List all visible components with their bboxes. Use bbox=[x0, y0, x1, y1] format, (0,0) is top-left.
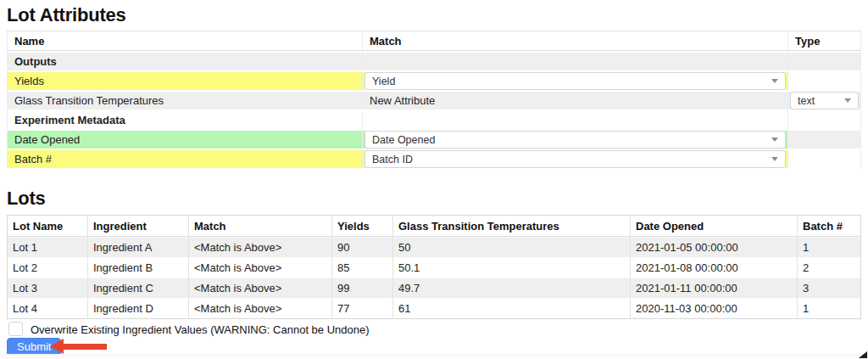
cell: Yield bbox=[363, 70, 788, 90]
col-header-glass-transition: Glass Transition Temperatures bbox=[393, 216, 631, 237]
col-header-lot-name: Lot Name bbox=[8, 216, 88, 237]
cell-glass-transition: 49.7 bbox=[393, 278, 631, 298]
match-select-date-opened[interactable]: Date Opened bbox=[364, 131, 786, 149]
cell-lot-name: Lot 4 bbox=[8, 298, 88, 318]
col-header-date-opened: Date Opened bbox=[631, 216, 798, 237]
attribute-name: Yields bbox=[7, 70, 363, 90]
lot-attributes-table: Name Match Type Outputs Yields Yield bbox=[7, 31, 861, 168]
arrow-tail bbox=[63, 344, 107, 350]
cell: Batch ID bbox=[363, 149, 788, 168]
col-header-match: Match bbox=[363, 31, 788, 51]
attr-row-yields: Yields Yield bbox=[7, 70, 861, 90]
cell-lot-name: Lot 3 bbox=[8, 278, 88, 298]
cell-yields: 77 bbox=[332, 298, 393, 318]
col-header-yields: Yields bbox=[332, 216, 393, 237]
chevron-down-icon bbox=[771, 79, 778, 83]
cell-date-opened: 2021-01-05 00:00:00 bbox=[631, 237, 798, 257]
arrow-head bbox=[50, 339, 64, 354]
type-select-value: text bbox=[798, 95, 815, 107]
cell-glass-transition: 50 bbox=[393, 237, 631, 257]
cell-lot-name: Lot 2 bbox=[8, 257, 88, 278]
table-row: Lot 3 Ingredient C <Match is Above> 99 4… bbox=[8, 278, 860, 298]
cell bbox=[788, 51, 861, 70]
cell bbox=[788, 129, 861, 149]
attribute-name: Glass Transition Temperatures bbox=[7, 90, 363, 109]
type-select-glass-transition[interactable]: text bbox=[790, 92, 859, 109]
group-row-experiment-metadata: Experiment Metadata bbox=[7, 109, 861, 129]
chevron-down-icon bbox=[771, 137, 778, 142]
group-row-outputs: Outputs bbox=[7, 51, 861, 70]
col-header-name: Name bbox=[7, 31, 363, 51]
cell-date-opened: 2021-01-11 00:00:00 bbox=[631, 278, 798, 298]
cell: text bbox=[788, 90, 861, 109]
match-select-value: Batch ID bbox=[372, 154, 413, 165]
match-select-yields[interactable]: Yield bbox=[364, 72, 786, 90]
cell bbox=[788, 109, 861, 129]
chevron-down-icon bbox=[771, 157, 778, 161]
cell-glass-transition: 50.1 bbox=[393, 257, 631, 278]
col-header-type: Type bbox=[788, 31, 861, 51]
table-row: Lot 1 Ingredient A <Match is Above> 90 5… bbox=[8, 237, 860, 257]
match-select-batch[interactable]: Batch ID bbox=[364, 150, 786, 168]
cell-date-opened: 2020-11-03 00:00:00 bbox=[631, 298, 798, 318]
cell-yields: 90 bbox=[332, 237, 393, 257]
attr-row-date-opened: Date Opened Date Opened bbox=[7, 129, 861, 149]
cell-ingredient: Ingredient A bbox=[88, 237, 189, 257]
bottom-edge bbox=[0, 354, 868, 359]
attr-row-glass-transition: Glass Transition Temperatures New Attrib… bbox=[7, 90, 861, 109]
cell-match: <Match is Above> bbox=[189, 257, 332, 278]
lot-attributes-title: Lot Attributes bbox=[7, 4, 126, 26]
attribute-name: Date Opened bbox=[7, 129, 363, 149]
lots-table: Lot Name Ingredient Match Yields Glass T… bbox=[7, 215, 861, 319]
match-select-value: Date Opened bbox=[372, 134, 435, 146]
cell-yields: 99 bbox=[332, 278, 393, 298]
cell-match: <Match is Above> bbox=[189, 298, 332, 318]
lots-header-row: Lot Name Ingredient Match Yields Glass T… bbox=[8, 216, 860, 237]
cell-ingredient: Ingredient B bbox=[88, 257, 189, 278]
attr-header-row: Name Match Type bbox=[7, 31, 861, 51]
cell-batch: 2 bbox=[798, 257, 860, 278]
table-row: Lot 2 Ingredient B <Match is Above> 85 5… bbox=[8, 257, 860, 278]
cell bbox=[363, 51, 788, 70]
group-label: Experiment Metadata bbox=[7, 109, 363, 129]
cell-yields: 85 bbox=[332, 257, 393, 278]
cell-match: <Match is Above> bbox=[189, 237, 332, 257]
col-header-match: Match bbox=[189, 216, 332, 237]
cell-date-opened: 2021-01-08 00:00:00 bbox=[631, 257, 798, 278]
cell bbox=[788, 70, 861, 90]
cell-batch: 3 bbox=[798, 278, 860, 298]
match-new-attribute-label: New Attribute bbox=[363, 90, 788, 109]
cell-ingredient: Ingredient D bbox=[88, 298, 189, 318]
cell-lot-name: Lot 1 bbox=[8, 237, 88, 257]
col-header-batch: Batch # bbox=[798, 216, 860, 237]
overwrite-checkbox[interactable] bbox=[8, 322, 23, 336]
cell-glass-transition: 61 bbox=[393, 298, 631, 318]
cell-batch: 1 bbox=[798, 298, 860, 318]
chevron-down-icon bbox=[844, 98, 851, 103]
cell-ingredient: Ingredient C bbox=[88, 278, 189, 298]
cell: Date Opened bbox=[363, 129, 788, 149]
group-label: Outputs bbox=[7, 51, 363, 70]
overwrite-label: Overwrite Existing Ingredient Values (WA… bbox=[31, 323, 370, 336]
attribute-name: Batch # bbox=[7, 149, 363, 168]
lots-title: Lots bbox=[7, 188, 46, 210]
cell bbox=[363, 109, 788, 129]
cell bbox=[788, 149, 861, 168]
page: Lot Attributes Name Match Type Outputs Y… bbox=[0, 0, 868, 359]
attr-row-batch: Batch # Batch ID bbox=[7, 149, 861, 168]
red-arrow-annotation-icon bbox=[50, 339, 108, 355]
match-select-value: Yield bbox=[372, 76, 395, 87]
cell-batch: 1 bbox=[798, 237, 860, 257]
col-header-ingredient: Ingredient bbox=[88, 216, 189, 237]
table-row: Lot 4 Ingredient D <Match is Above> 77 6… bbox=[8, 298, 860, 318]
cell-match: <Match is Above> bbox=[189, 278, 332, 298]
